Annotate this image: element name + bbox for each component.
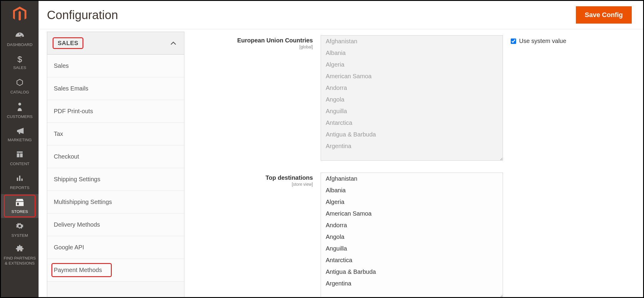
- config-item-pdf[interactable]: PDF Print-outs: [47, 100, 184, 123]
- config-item-label: Shipping Settings: [54, 176, 100, 182]
- config-item-tax[interactable]: Tax: [47, 123, 184, 145]
- field-label: Top destinations: [265, 174, 313, 181]
- config-item-payment-methods[interactable]: Payment Methods: [47, 259, 184, 282]
- country-option: Andorra: [321, 82, 503, 94]
- country-option: Antigua & Barbuda: [321, 129, 503, 140]
- gear-icon: [16, 222, 24, 231]
- dashboard-icon: [15, 32, 24, 41]
- country-option[interactable]: American Samoa: [321, 208, 503, 219]
- country-option[interactable]: Andorra: [321, 219, 503, 231]
- config-item-sales-emails[interactable]: Sales Emails: [47, 77, 184, 100]
- main-area: Configuration Save Config SALES Sales Sa…: [39, 1, 643, 297]
- field-label-block: European Union Countries [global]: [196, 35, 313, 49]
- config-item-checkout[interactable]: Checkout: [47, 145, 184, 168]
- layout-icon: [16, 150, 24, 160]
- country-option[interactable]: Afghanistan: [321, 173, 503, 185]
- nav-label: CONTENT: [10, 162, 29, 166]
- magento-logo-icon: [12, 7, 27, 22]
- config-item-label: Google API: [54, 244, 84, 251]
- dollar-icon: $: [17, 55, 22, 64]
- country-option[interactable]: Anguilla: [321, 243, 503, 254]
- nav-label: SALES: [13, 65, 26, 70]
- config-item-delivery-methods[interactable]: Delivery Methods: [47, 213, 184, 236]
- country-option[interactable]: Antarctica: [321, 254, 503, 266]
- config-form: European Union Countries [global] Afghan…: [184, 29, 643, 297]
- use-system-value-label: Use system value: [519, 38, 566, 44]
- config-item-label: Sales Emails: [54, 85, 88, 92]
- field-scope: [store view]: [196, 182, 313, 187]
- country-option: Afghanistan: [321, 36, 503, 47]
- config-item-label: Checkout: [54, 153, 79, 160]
- country-option[interactable]: Angola: [321, 231, 503, 243]
- nav-system[interactable]: SYSTEM: [1, 218, 39, 242]
- nav-label: STORES: [11, 209, 28, 214]
- page-title: Configuration: [47, 8, 118, 22]
- field-label: European Union Countries: [237, 37, 313, 44]
- save-config-button[interactable]: Save Config: [576, 6, 632, 24]
- nav-content[interactable]: CONTENT: [1, 146, 39, 170]
- nav-dashboard[interactable]: DASHBOARD: [1, 28, 39, 51]
- nav-partners[interactable]: FIND PARTNERS & EXTENSIONS: [1, 242, 39, 269]
- page-header: Configuration Save Config: [39, 1, 643, 29]
- nav-label: DASHBOARD: [7, 42, 33, 47]
- nav-label: CUSTOMERS: [7, 114, 33, 119]
- magento-logo[interactable]: [1, 1, 39, 28]
- country-option: Anguilla: [321, 105, 503, 117]
- person-icon: [16, 103, 23, 113]
- config-item-label: Multishipping Settings: [54, 199, 112, 205]
- country-option[interactable]: Algeria: [321, 196, 503, 208]
- box-icon: [16, 78, 24, 88]
- bars-icon: [16, 174, 24, 184]
- config-item-label: Delivery Methods: [54, 221, 100, 228]
- top-destinations-multiselect[interactable]: AfghanistanAlbaniaAlgeriaAmerican SamoaA…: [321, 173, 503, 297]
- country-option: American Samoa: [321, 70, 503, 82]
- nav-label: MARKETING: [8, 138, 32, 142]
- chevron-up-icon: [170, 39, 176, 47]
- admin-nav: DASHBOARD $ SALES CATALOG CUSTOMERS MARK…: [1, 1, 39, 297]
- nav-label: SYSTEM: [11, 233, 28, 238]
- nav-label: FIND PARTNERS & EXTENSIONS: [2, 256, 37, 266]
- config-item-multishipping[interactable]: Multishipping Settings: [47, 191, 184, 213]
- country-option[interactable]: Antigua & Barbuda: [321, 266, 503, 278]
- app-root: DASHBOARD $ SALES CATALOG CUSTOMERS MARK…: [0, 0, 644, 298]
- field-label-block: Top destinations [store view]: [196, 173, 313, 187]
- nav-sales[interactable]: $ SALES: [1, 51, 39, 74]
- country-option[interactable]: Albania: [321, 185, 503, 196]
- use-system-value-checkbox[interactable]: [511, 39, 516, 44]
- config-item-label: PDF Print-outs: [54, 108, 93, 114]
- config-item-label: Payment Methods: [54, 267, 102, 273]
- country-option: Angola: [321, 94, 503, 105]
- field-scope: [global]: [196, 44, 313, 49]
- puzzle-icon: [16, 245, 24, 254]
- store-icon: [15, 198, 24, 208]
- config-item-label: Sales: [54, 62, 69, 69]
- use-system-value-wrap[interactable]: Use system value: [511, 35, 566, 44]
- config-item-google-api[interactable]: Google API: [47, 236, 184, 259]
- country-option: Argentina: [321, 140, 503, 152]
- field-top-destinations: Top destinations [store view] Afghanista…: [196, 173, 634, 297]
- config-item-sales[interactable]: Sales: [47, 55, 184, 77]
- config-section-title: SALES: [53, 37, 83, 49]
- country-option[interactable]: Argentina: [321, 278, 503, 289]
- country-option: Antarctica: [321, 117, 503, 129]
- nav-marketing[interactable]: MARKETING: [1, 123, 39, 146]
- field-eu-countries: European Union Countries [global] Afghan…: [196, 35, 634, 161]
- nav-stores[interactable]: STORES: [1, 194, 39, 218]
- config-sidebar: SALES Sales Sales Emails PDF Print-outs …: [47, 32, 184, 297]
- country-option: Algeria: [321, 59, 503, 70]
- nav-customers[interactable]: CUSTOMERS: [1, 99, 39, 123]
- nav-reports[interactable]: REPORTS: [1, 170, 39, 194]
- megaphone-icon: [15, 127, 24, 136]
- config-item-label: Tax: [54, 130, 63, 137]
- country-option: Albania: [321, 47, 503, 59]
- nav-label: CATALOG: [10, 90, 29, 94]
- nav-label: REPORTS: [10, 185, 29, 190]
- config-section-sales[interactable]: SALES: [47, 32, 184, 55]
- nav-catalog[interactable]: CATALOG: [1, 74, 39, 99]
- content-row: SALES Sales Sales Emails PDF Print-outs …: [39, 29, 643, 297]
- config-item-shipping-settings[interactable]: Shipping Settings: [47, 168, 184, 191]
- eu-countries-multiselect: AfghanistanAlbaniaAlgeriaAmerican SamoaA…: [321, 35, 503, 161]
